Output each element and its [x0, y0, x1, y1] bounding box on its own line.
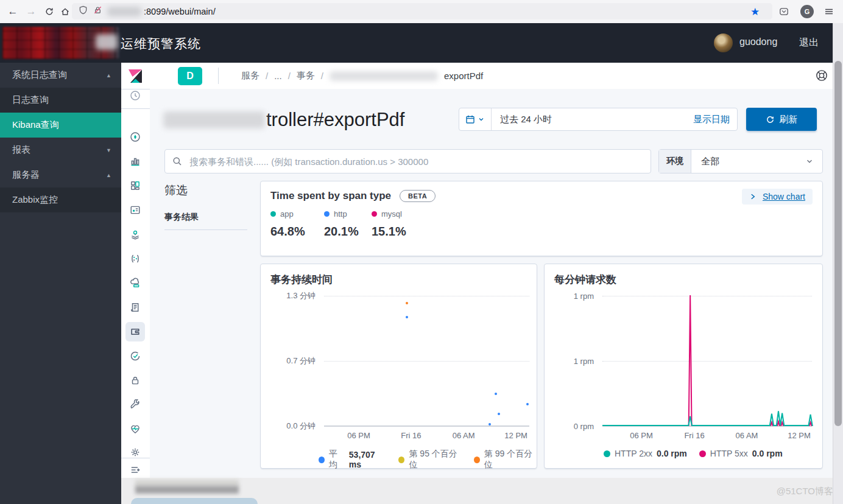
- x-tick: 12 PM: [504, 431, 527, 440]
- span-panel-title: Time spent by span type: [270, 190, 391, 202]
- calendar-icon: [465, 114, 475, 124]
- watermark: @51CTO博客: [777, 486, 833, 497]
- y-tick: 1 rpm: [574, 292, 594, 301]
- time-range-value[interactable]: 过去 24 小时: [492, 114, 693, 125]
- calendar-menu-button[interactable]: [459, 108, 492, 130]
- bookmark-star-icon[interactable]: ★: [750, 5, 760, 18]
- span-legend-http: http: [324, 209, 372, 219]
- kibana-logo[interactable]: [125, 66, 145, 86]
- logs-icon[interactable]: [125, 298, 145, 317]
- apm-icon[interactable]: [125, 322, 145, 341]
- maps-icon[interactable]: [125, 225, 145, 244]
- screen: ← → :8099/webui/main/ ★ G: [0, 0, 843, 504]
- x-axis-labels: 06 PMFri 1606 AM12 PM: [324, 431, 529, 441]
- scrollbar-thumb[interactable]: [834, 61, 842, 426]
- kibana-topbar: D 服务 / ... / 事务 / exportPdf: [150, 63, 833, 89]
- legend-item: 平均53,707 ms: [319, 449, 386, 471]
- search-input[interactable]: [188, 156, 651, 167]
- siem-lock-icon[interactable]: [125, 371, 145, 390]
- legend-dot: [604, 450, 610, 457]
- sidebar-item-kibana-query[interactable]: Kibana查询: [0, 113, 121, 138]
- management-gear-icon[interactable]: [125, 443, 145, 462]
- space-badge[interactable]: D: [178, 67, 202, 85]
- breadcrumb-services-link[interactable]: 服务: [241, 70, 259, 82]
- sidebar-item-system-log-group[interactable]: 系统日志查询 ▲: [0, 63, 121, 88]
- span-type-stats: app http mysql 64.8% 20.1% 15.1%: [270, 209, 406, 239]
- rail-divider: [121, 458, 150, 458]
- data-point: [526, 403, 529, 405]
- data-point: [406, 316, 408, 318]
- legend-item: HTTP 2xx0.0 rpm: [604, 449, 687, 458]
- collapse-nav-icon[interactable]: [125, 460, 145, 480]
- avatar[interactable]: [714, 33, 733, 52]
- visualize-icon[interactable]: [125, 152, 145, 171]
- insecure-lock-icon[interactable]: [93, 5, 102, 17]
- show-chart-button[interactable]: Show chart: [742, 189, 813, 205]
- gridline: [324, 361, 529, 362]
- breadcrumb: 服务 / ... / 事务 / exportPdf: [241, 63, 483, 89]
- filters-heading: 筛选: [164, 183, 188, 198]
- breadcrumb-ellipsis[interactable]: ...: [274, 71, 282, 81]
- browser-profile-badge[interactable]: G: [800, 5, 814, 18]
- logout-button[interactable]: 退出: [799, 37, 819, 49]
- address-bar[interactable]: :8099/webui/main/ ★: [72, 3, 772, 19]
- chart-title: 每分钟请求数: [554, 273, 616, 287]
- browser-back-icon[interactable]: ←: [6, 5, 19, 18]
- dashboard-icon[interactable]: [125, 176, 145, 195]
- transaction-title-text: troller#exportPdf: [266, 109, 404, 131]
- chevron-up-icon: ▲: [106, 72, 111, 79]
- search-bar: [164, 149, 651, 173]
- legend-item: 第 99 个百分位: [474, 449, 537, 471]
- refresh-button[interactable]: 刷新: [746, 108, 817, 131]
- transaction-title: troller#exportPdf: [163, 107, 404, 133]
- stack-monitoring-icon[interactable]: [125, 419, 145, 439]
- infrastructure-icon[interactable]: [125, 273, 145, 293]
- legend-dot: [319, 457, 325, 463]
- browser-reload-icon[interactable]: [43, 5, 56, 18]
- y-tick: 1 rpm: [574, 357, 594, 366]
- beta-badge: BETA: [400, 190, 436, 202]
- title-redacted-blur: [163, 111, 265, 128]
- sidebar-item-reports-group[interactable]: 报表 ▼: [0, 138, 121, 163]
- environment-select[interactable]: 环境 全部: [658, 149, 823, 173]
- help-icon[interactable]: [815, 69, 828, 85]
- browser-menu-icon[interactable]: [822, 5, 836, 18]
- discover-icon[interactable]: [125, 127, 145, 147]
- filters-divider: [164, 229, 247, 230]
- sidebar-item-log-query[interactable]: 日志查询: [0, 88, 121, 113]
- username: guodong: [739, 37, 777, 47]
- kibana-nav-rail: [121, 63, 150, 478]
- chart-legend: HTTP 2xx0.0 rpmHTTP 5xx0.0 rpm: [604, 449, 783, 458]
- shield-icon[interactable]: [79, 5, 88, 17]
- sidebar-item-zabbix[interactable]: Zabbix监控: [0, 187, 121, 212]
- pocket-icon[interactable]: [777, 5, 791, 18]
- browser-home-icon[interactable]: [58, 5, 72, 18]
- scrollbar-track: [833, 23, 843, 504]
- legend-dot: [474, 457, 480, 463]
- sidebar-item-servers-group[interactable]: 服务器 ▲: [0, 163, 121, 187]
- refresh-icon: [766, 115, 775, 124]
- canvas-icon[interactable]: [125, 200, 145, 220]
- chart-title: 事务持续时间: [270, 273, 333, 287]
- title-prefix-blur: [96, 34, 118, 50]
- dev-tools-wrench-icon[interactable]: [125, 395, 145, 415]
- data-point: [495, 393, 497, 395]
- x-axis-line: [324, 425, 529, 427]
- app-title: 运维预警系统: [121, 35, 201, 52]
- gridline: [324, 296, 529, 296]
- chart-legend: 平均53,707 ms第 95 个百分位第 99 个百分位: [319, 449, 537, 471]
- show-dates-button[interactable]: 显示日期: [693, 114, 737, 125]
- breadcrumb-transactions-link[interactable]: 事务: [297, 70, 315, 82]
- span-pct-mysql: 15.1%: [372, 225, 406, 239]
- breadcrumb-divider: [218, 68, 219, 84]
- x-tick: 06 AM: [453, 431, 475, 440]
- uptime-icon[interactable]: [125, 346, 145, 366]
- recently-viewed-icon[interactable]: [125, 86, 145, 105]
- machine-learning-icon[interactable]: [125, 249, 145, 268]
- y-tick: 0 rpm: [574, 422, 594, 431]
- chevron-up-icon: ▲: [106, 172, 111, 178]
- browser-forward-icon[interactable]: →: [24, 5, 38, 18]
- x-tick: 06 PM: [347, 431, 370, 440]
- left-sidebar: 系统日志查询 ▲ 日志查询 Kibana查询 报表 ▼ 服务器 ▲ Zabbix…: [0, 63, 121, 504]
- span-legend-app: app: [270, 209, 324, 219]
